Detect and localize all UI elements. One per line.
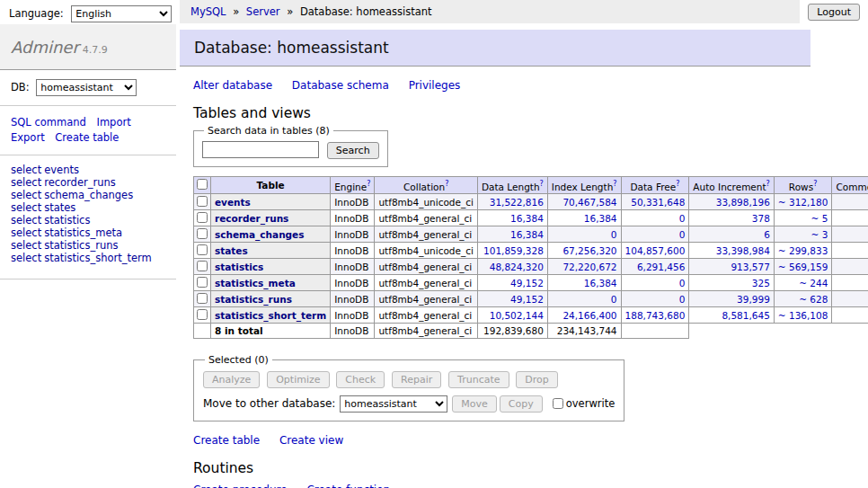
database-schema-link[interactable]: Database schema: [292, 79, 389, 92]
data-length-link[interactable]: 16,384: [510, 229, 544, 240]
move-db-select[interactable]: homeassistant: [340, 395, 447, 413]
auto-increment-link[interactable]: 39,999: [737, 294, 770, 305]
data-free-link[interactable]: 188,743,680: [625, 310, 686, 321]
data-length-link[interactable]: 10,502,144: [490, 310, 544, 321]
table-name-link[interactable]: events: [215, 197, 251, 208]
row-checkbox[interactable]: [197, 196, 208, 207]
row-checkbox[interactable]: [197, 212, 208, 223]
row-checkbox[interactable]: [197, 228, 208, 239]
logout-button[interactable]: Logout: [808, 4, 860, 21]
rows-count-link[interactable]: ~ 312,180: [778, 197, 828, 208]
index-length-link[interactable]: 0: [611, 229, 617, 240]
auto-increment-link[interactable]: 33,898,196: [716, 197, 770, 208]
sidebar-table-link[interactable]: statistics: [44, 214, 90, 226]
help-icon[interactable]: ?: [613, 180, 616, 188]
breadcrumb-link-server[interactable]: Server: [246, 5, 280, 18]
create-view-link[interactable]: Create view: [279, 434, 343, 447]
help-icon[interactable]: ?: [676, 180, 679, 188]
help-icon[interactable]: ?: [367, 180, 370, 188]
sidebar-table-link[interactable]: events: [44, 164, 79, 176]
overwrite-checkbox[interactable]: [553, 398, 563, 409]
sidebar-link-export[interactable]: Export: [11, 130, 45, 146]
row-checkbox[interactable]: [197, 244, 208, 255]
help-icon[interactable]: ?: [813, 180, 817, 188]
table-name-link[interactable]: recorder_runs: [215, 213, 288, 224]
data-length-link[interactable]: 16,384: [510, 213, 544, 224]
sidebar-select-link[interactable]: select: [11, 239, 41, 252]
auto-increment-link[interactable]: 6: [764, 229, 770, 240]
row-checkbox[interactable]: [197, 277, 208, 288]
sidebar-select-link[interactable]: select: [11, 176, 41, 189]
data-length-link[interactable]: 49,152: [510, 294, 544, 305]
data-free-link[interactable]: 50,331,648: [631, 197, 685, 208]
rows-count-link[interactable]: ~ 3: [811, 229, 828, 240]
sidebar-select-link[interactable]: select: [11, 201, 41, 214]
rows-count-link[interactable]: ~ 5: [811, 213, 828, 224]
data-length-link[interactable]: 49,152: [510, 278, 544, 288]
help-icon[interactable]: ?: [445, 180, 448, 188]
table-name-link[interactable]: statistics_meta: [215, 278, 296, 288]
auto-increment-link[interactable]: 913,577: [731, 262, 769, 272]
sidebar-table-link[interactable]: statistics_short_term: [44, 252, 152, 264]
help-icon[interactable]: ?: [540, 180, 544, 188]
sidebar-link-import[interactable]: Import: [96, 115, 130, 130]
auto-increment-link[interactable]: 33,398,984: [716, 245, 770, 256]
search-button[interactable]: Search: [327, 142, 379, 159]
sidebar-select-link[interactable]: select: [11, 164, 41, 176]
create-procedure-link[interactable]: Create procedure: [193, 484, 288, 488]
db-select[interactable]: homeassistant: [36, 79, 137, 96]
index-length-link[interactable]: 24,166,400: [562, 310, 616, 321]
table-name-link[interactable]: statistics_short_term: [215, 310, 326, 321]
index-length-link[interactable]: 16,384: [584, 278, 617, 288]
data-free-link[interactable]: 104,857,600: [625, 245, 686, 256]
sidebar-table-link[interactable]: states: [44, 201, 75, 214]
privileges-link[interactable]: Privileges: [409, 79, 461, 92]
help-icon[interactable]: ?: [766, 180, 770, 188]
sidebar-table-link[interactable]: statistics_meta: [44, 226, 122, 239]
row-checkbox[interactable]: [197, 309, 208, 320]
sidebar-table-link[interactable]: recorder_runs: [44, 176, 116, 189]
sidebar-table-link[interactable]: statistics_runs: [44, 239, 118, 252]
data-free-link[interactable]: 0: [679, 213, 686, 224]
sidebar-link-sql-command[interactable]: SQL command: [11, 115, 86, 130]
sidebar-select-link[interactable]: select: [11, 189, 41, 201]
table-name-link[interactable]: schema_changes: [215, 229, 305, 240]
data-free-link[interactable]: 6,291,456: [637, 262, 685, 272]
app-name-link[interactable]: Adminer: [11, 38, 79, 57]
sidebar-select-link[interactable]: select: [11, 252, 41, 264]
data-length-link[interactable]: 48,824,320: [490, 262, 544, 272]
data-length-link[interactable]: 101,859,328: [483, 245, 544, 256]
rows-count-link[interactable]: ~ 136,108: [778, 310, 828, 321]
index-length-link[interactable]: 67,256,320: [562, 245, 616, 256]
index-length-link[interactable]: 70,467,584: [562, 197, 616, 208]
table-name-link[interactable]: statistics_runs: [215, 294, 292, 305]
rows-count-link[interactable]: ~ 628: [799, 294, 828, 305]
sidebar-select-link[interactable]: select: [11, 214, 41, 226]
rows-count-link[interactable]: ~ 569,159: [778, 262, 828, 272]
language-select[interactable]: English: [71, 5, 172, 22]
table-name-link[interactable]: statistics: [215, 262, 263, 272]
sidebar-select-link[interactable]: select: [11, 226, 41, 239]
sidebar-table-link[interactable]: schema_changes: [44, 189, 133, 201]
data-free-link[interactable]: 0: [679, 229, 686, 240]
create-function-link[interactable]: Create function: [306, 484, 390, 488]
index-length-link[interactable]: 0: [611, 294, 617, 305]
select-all-checkbox[interactable]: [197, 179, 208, 190]
index-length-link[interactable]: 72,220,672: [562, 262, 616, 272]
sidebar-link-create-table[interactable]: Create table: [55, 130, 119, 146]
data-free-link[interactable]: 0: [679, 294, 686, 305]
auto-increment-link[interactable]: 378: [752, 213, 770, 224]
breadcrumb-link-mysql[interactable]: MySQL: [190, 5, 226, 18]
row-checkbox[interactable]: [197, 261, 208, 271]
auto-increment-link[interactable]: 325: [752, 278, 770, 288]
rows-count-link[interactable]: ~ 244: [799, 278, 828, 288]
table-name-link[interactable]: states: [215, 245, 248, 256]
create-table-link[interactable]: Create table: [193, 434, 260, 447]
row-checkbox[interactable]: [197, 293, 208, 304]
auto-increment-link[interactable]: 8,581,645: [722, 310, 769, 321]
index-length-link[interactable]: 16,384: [584, 213, 617, 224]
alter-database-link[interactable]: Alter database: [193, 79, 272, 92]
search-input[interactable]: [202, 141, 319, 158]
data-length-link[interactable]: 31,522,816: [490, 197, 544, 208]
data-free-link[interactable]: 0: [679, 278, 686, 288]
